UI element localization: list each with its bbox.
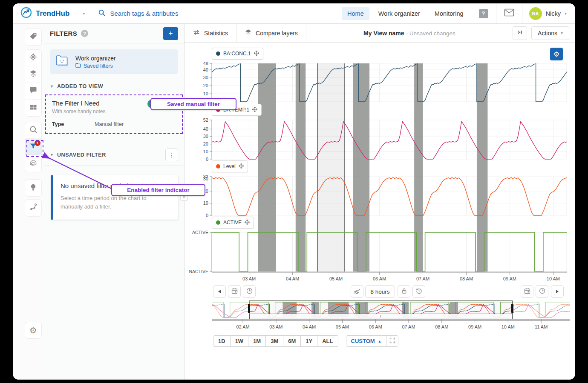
app-window: TrendHub ▾ Home Work organizer Monitorin… xyxy=(13,3,575,380)
panel-close-button[interactable]: ✕ xyxy=(180,193,188,201)
node-graph-icon xyxy=(29,203,37,213)
selection-left-handle[interactable] xyxy=(248,304,250,313)
tab-compare-layers[interactable]: Compare layers xyxy=(236,24,306,42)
range-1d-button[interactable]: 1D xyxy=(213,335,231,347)
svg-text:11 AM: 11 AM xyxy=(535,324,548,329)
rail-item-context[interactable] xyxy=(25,200,41,216)
rail-item-search[interactable] xyxy=(25,122,41,139)
brand-chevron-down-icon[interactable]: ▾ xyxy=(83,11,85,16)
rail-item-formulas[interactable] xyxy=(25,50,41,66)
chart-type-button[interactable] xyxy=(351,285,363,298)
rail-item-filters[interactable]: 1 xyxy=(25,139,41,155)
live-mode-button[interactable] xyxy=(513,26,527,40)
layers-icon xyxy=(29,69,37,80)
filter-item[interactable]: The Filter I Need With some handy notes … xyxy=(52,100,177,114)
settings-gear-button[interactable]: ⚙ xyxy=(25,322,42,339)
start-date-button[interactable] xyxy=(228,285,241,298)
help-button[interactable]: ? xyxy=(471,3,496,23)
search-input[interactable] xyxy=(110,10,246,17)
chevron-down-icon: ▾ xyxy=(561,31,563,35)
history-button[interactable] xyxy=(412,285,425,298)
svg-text:0: 0 xyxy=(206,157,208,162)
chevron-down-icon: ▼ xyxy=(50,84,54,89)
fit-range-button[interactable] xyxy=(386,336,398,346)
svg-text:40: 40 xyxy=(203,126,208,131)
filter-enabled-toggle[interactable] xyxy=(147,100,164,108)
icon-rail: 1 ⚙ xyxy=(13,24,44,380)
svg-text:32: 32 xyxy=(203,174,208,179)
rail-item-dashboard[interactable] xyxy=(25,100,41,116)
legend-level[interactable]: Level xyxy=(212,160,248,172)
nav-home[interactable]: Home xyxy=(342,7,369,20)
legend-ba-temp[interactable]: BA:TEMP.1 xyxy=(212,104,262,116)
svg-text:09 AM: 09 AM xyxy=(468,324,481,329)
remove-filter-button[interactable]: − xyxy=(167,100,177,109)
tab-statistics[interactable]: Statistics xyxy=(184,24,236,42)
saved-filters-link[interactable]: Saved filters xyxy=(75,63,116,69)
lightbulb-icon xyxy=(29,183,37,193)
messages-button[interactable] xyxy=(496,3,522,23)
overview-axis: 02 AM03 AM04 AM05 AM06 AM07 AM08 AM09 AM… xyxy=(212,319,575,332)
help-icon: ? xyxy=(479,9,488,18)
nav-monitoring[interactable]: Monitoring xyxy=(429,7,469,20)
pan-right-button[interactable] xyxy=(551,285,564,298)
legend-active[interactable]: ACTIVE xyxy=(212,217,254,229)
nav-work-organizer[interactable]: Work organizer xyxy=(373,7,426,20)
svg-text:20: 20 xyxy=(203,141,208,146)
selection-drag-bar[interactable]: ‖ xyxy=(249,314,513,319)
move-icon[interactable] xyxy=(245,219,250,226)
chart-settings-button[interactable]: ⚙ xyxy=(550,48,563,60)
overview-minimap[interactable]: ‖ xyxy=(212,300,570,319)
svg-text:40: 40 xyxy=(203,67,208,72)
rail-item-comments[interactable] xyxy=(25,83,41,100)
work-organizer-card[interactable]: Work organizer Saved filters xyxy=(50,49,178,74)
unsaved-filter-section[interactable]: ▼ UNSAVED FILTER ⋮ xyxy=(44,149,184,161)
actions-button[interactable]: Actions▾ xyxy=(531,26,569,40)
move-icon[interactable] xyxy=(252,106,257,114)
move-icon[interactable] xyxy=(239,163,244,170)
start-time-button[interactable] xyxy=(243,285,256,298)
chart-body: 0102030404801020304052010203032ACTIVEINA… xyxy=(184,43,575,283)
trend-steps-icon xyxy=(353,288,361,296)
add-filter-button[interactable]: + xyxy=(163,27,178,40)
filter-type-value: Manual filter xyxy=(95,121,124,127)
filters-header: FILTERS ? + xyxy=(44,24,184,43)
added-to-view-section[interactable]: ▼ ADDED TO VIEW xyxy=(44,83,184,89)
range-1m-button[interactable]: 1M xyxy=(248,335,266,347)
selection-right-handle[interactable] xyxy=(511,304,513,313)
duration-field[interactable]: 8 hours xyxy=(365,285,395,298)
rail-item-fingerprint[interactable] xyxy=(25,155,41,172)
brand-name: TrendHub xyxy=(36,9,69,18)
unsaved-filter-menu-button[interactable]: ⋮ xyxy=(165,149,178,161)
time-toolbar: 8 hours xyxy=(184,283,575,300)
range-all-button[interactable]: ALL xyxy=(317,335,338,347)
global-search[interactable] xyxy=(91,3,340,23)
calendar-icon xyxy=(524,287,531,296)
svg-text:0: 0 xyxy=(206,213,208,218)
series-color-dot xyxy=(216,51,220,56)
svg-text:0: 0 xyxy=(206,99,208,104)
svg-text:06 AM: 06 AM xyxy=(373,276,386,281)
move-icon[interactable] xyxy=(254,50,259,57)
range-1y-button[interactable]: 1Y xyxy=(301,335,317,347)
end-time-button[interactable] xyxy=(536,285,548,298)
filters-help-icon[interactable]: ? xyxy=(81,30,88,37)
rail-item-ideas[interactable] xyxy=(25,180,41,196)
custom-range-button[interactable]: CUSTOM▲ xyxy=(346,336,386,346)
range-3m-button[interactable]: 3M xyxy=(266,335,283,347)
range-1w-button[interactable]: 1W xyxy=(231,335,249,347)
panel-collapse-button[interactable]: ‖ xyxy=(180,184,188,192)
user-chevron-down-icon: ▾ xyxy=(565,11,567,16)
range-6m-button[interactable]: 6M xyxy=(283,335,301,347)
legend-ba-conc[interactable]: BA:CONC.1 xyxy=(212,48,263,60)
svg-text:08 AM: 08 AM xyxy=(460,276,473,281)
end-date-button[interactable] xyxy=(521,285,533,298)
svg-text:52: 52 xyxy=(203,117,208,123)
unsaved-filter-title: No unsaved filter periods xyxy=(61,182,170,189)
lock-timespan-button[interactable] xyxy=(398,285,410,298)
rail-item-layers[interactable] xyxy=(25,66,41,83)
brand[interactable]: TrendHub ▾ xyxy=(13,7,91,20)
pan-left-button[interactable] xyxy=(213,285,226,298)
rail-item-tags[interactable] xyxy=(25,29,41,45)
user-menu[interactable]: NA Nicky ▾ xyxy=(522,3,575,23)
